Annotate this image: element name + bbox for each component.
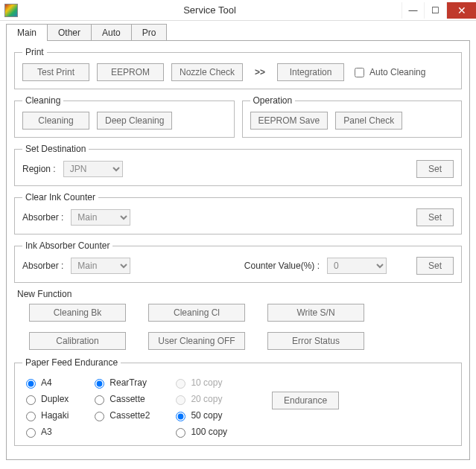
calibration-button[interactable]: Calibration [29,332,126,350]
group-clear-ink-legend: Clear Ink Counter [22,192,98,202]
tab-main[interactable]: Main [6,24,48,41]
maximize-button[interactable]: ☐ [424,2,446,19]
deep-cleaning-button[interactable]: Deep Cleaning [97,112,172,130]
radio-100copy[interactable]: 100 copy [172,426,227,438]
group-cleaning-legend: Cleaning [22,95,63,106]
tab-pro[interactable]: Pro [131,24,168,41]
auto-cleaning-checkbox[interactable]: Auto Cleaning [352,66,425,80]
error-status-button[interactable]: Error Status [267,332,364,350]
window-title: Service Tool [18,4,402,16]
group-paper-feed: Paper Feed Endurance A4 Duplex Hagaki A3… [14,357,462,446]
radio-20copy[interactable]: 20 copy [172,393,227,405]
cleaning-cl-button[interactable]: Cleaning Cl [148,304,245,322]
user-cleaning-off-button[interactable]: User Cleaning OFF [148,332,245,350]
counter-value-label: Counter Value(%) : [244,261,320,271]
ink-absorber-select[interactable]: Main [71,258,130,274]
tab-panel-main: Print Test Print EEPROM Nozzle Check >> … [6,40,470,460]
clear-ink-absorber-select[interactable]: Main [71,209,130,226]
ink-absorber-set-button[interactable]: Set [416,257,454,275]
radio-cassette2[interactable]: Cassette2 [91,409,150,421]
tab-strip: Main Other Auto Pro [6,24,476,41]
group-set-destination-legend: Set Destination [22,144,89,154]
radio-50copy[interactable]: 50 copy [172,409,227,421]
minimize-button[interactable]: — [402,2,424,19]
group-paper-feed-legend: Paper Feed Endurance [22,357,121,368]
integration-button[interactable]: Integration [277,63,344,81]
cleaning-bk-button[interactable]: Cleaning Bk [29,304,126,322]
clear-ink-absorber-label: Absorber : [22,212,63,223]
tab-other[interactable]: Other [47,24,92,41]
radio-a4[interactable]: A4 [22,377,69,389]
eeprom-button[interactable]: EEPROM [97,63,164,81]
group-clear-ink: Clear Ink Counter Absorber : Main Set [14,192,462,234]
counter-value-select[interactable]: 0 [327,258,387,274]
clear-ink-set-button[interactable]: Set [416,208,454,226]
region-label: Region : [22,164,56,174]
group-cleaning: Cleaning Cleaning Deep Cleaning [14,95,235,138]
eeprom-save-button[interactable]: EEPROM Save [250,112,329,130]
group-print-legend: Print [22,47,47,57]
radio-reartray[interactable]: RearTray [91,377,150,389]
new-function-label: New Function [17,289,462,299]
radio-a3[interactable]: A3 [22,426,69,438]
radio-duplex[interactable]: Duplex [22,393,69,405]
titlebar: Service Tool — ☐ ✕ [0,0,476,21]
cleaning-button[interactable]: Cleaning [22,112,89,130]
app-icon [4,4,18,17]
radio-hagaki[interactable]: Hagaki [22,409,69,421]
auto-cleaning-label: Auto Cleaning [369,67,425,77]
group-set-destination: Set Destination Region : JPN Set [14,144,462,186]
group-operation-legend: Operation [250,95,296,106]
footer-url: https://learnnewbd.blogspot.com [0,465,476,469]
ink-absorber-label: Absorber : [22,261,63,271]
set-destination-set-button[interactable]: Set [416,160,454,178]
close-button[interactable]: ✕ [446,2,476,19]
radio-10copy[interactable]: 10 copy [172,377,227,389]
tab-auto[interactable]: Auto [91,24,132,41]
auto-cleaning-input[interactable] [355,68,364,77]
test-print-button[interactable]: Test Print [22,63,89,81]
region-select[interactable]: JPN [63,161,123,177]
panel-check-button[interactable]: Panel Check [335,112,402,130]
more-icon: >> [250,67,270,77]
group-print: Print Test Print EEPROM Nozzle Check >> … [14,47,462,89]
group-operation: Operation EEPROM Save Panel Check [242,95,463,138]
nozzle-check-button[interactable]: Nozzle Check [171,63,243,81]
radio-cassette[interactable]: Cassette [91,393,150,405]
endurance-button[interactable]: Endurance [272,392,339,409]
write-sn-button[interactable]: Write S/N [267,304,364,322]
group-ink-absorber: Ink Absorber Counter Absorber : Main Cou… [14,240,462,283]
group-ink-absorber-legend: Ink Absorber Counter [22,240,112,251]
